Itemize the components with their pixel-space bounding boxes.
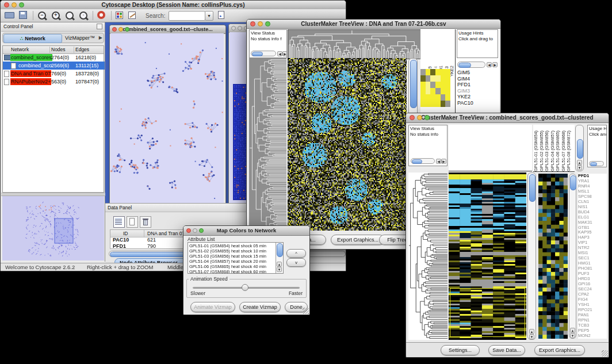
scrollbar-thumb[interactable] (577, 139, 583, 159)
scroll-down-icon[interactable]: ▼ (570, 333, 575, 338)
import-attributes-icon[interactable]: ▸ (218, 11, 224, 19)
export-graphics-button[interactable]: Export Graphics... (534, 345, 585, 355)
tab-network[interactable]: ∴ Network (3, 34, 62, 43)
attribute-item[interactable]: GPL51-02 (GSM855) heat shock 10 min (189, 248, 274, 254)
network-row-selected[interactable]: combined_sco 2569(6) 13112(15) (3, 62, 105, 70)
close-button[interactable] (231, 26, 236, 30)
tab-overflow-icon[interactable]: ▶ (99, 35, 102, 40)
array-label[interactable]: GPL51-06 (GSM865) (555, 131, 561, 171)
main-titlebar[interactable]: Cytoscape Desktop (Session Name: collins… (1, 1, 346, 10)
table-icon[interactable] (113, 216, 125, 228)
array-label[interactable]: GPL51-02 (GSM855) (539, 131, 545, 171)
list-vscrollbar[interactable]: ▲ ▼ (276, 243, 283, 273)
scroll-down-icon[interactable]: ▼ (577, 165, 582, 170)
minimize-button[interactable] (258, 21, 263, 26)
zoom-fit-icon[interactable]: ▫ (79, 11, 89, 21)
col-network[interactable]: Network (11, 46, 29, 53)
array-dendrogram-area[interactable] (449, 125, 532, 171)
gene-label[interactable]: YKE2 (457, 94, 498, 100)
matrix-cell[interactable] (430, 88, 435, 94)
attribute-item[interactable]: GPL51-01 (GSM854) heat shock 05 min (189, 243, 274, 248)
zoom-button[interactable] (199, 228, 204, 233)
matrix-cell[interactable] (435, 88, 441, 94)
zoom-heatmap[interactable] (538, 174, 568, 339)
matrix-cell[interactable] (426, 88, 431, 94)
zoom-vscrollbar[interactable]: ▲ ▼ (569, 174, 576, 339)
array-label[interactable]: GPL51-04 (GSM857) (550, 131, 556, 171)
resize-grip[interactable] (303, 308, 309, 314)
zoom-button[interactable] (265, 21, 270, 26)
trash-icon[interactable] (140, 216, 151, 228)
zoom-button[interactable] (125, 27, 129, 32)
matrix-cell[interactable] (441, 88, 446, 94)
matrix-cell[interactable] (435, 75, 441, 82)
scroll-up-icon[interactable]: ▲ (529, 329, 534, 334)
matrix-cell[interactable] (426, 101, 431, 107)
scroll-left-icon[interactable]: ◀ (487, 62, 492, 67)
id-column-header[interactable]: ID (123, 230, 128, 237)
open-session-icon[interactable] (5, 12, 14, 18)
move-down-button[interactable]: v (286, 258, 306, 267)
labels-vscrollbar[interactable]: ▲ ▼ (575, 125, 584, 171)
matrix-cell[interactable] (441, 69, 446, 75)
close-button[interactable] (410, 115, 415, 120)
dialog-titlebar[interactable]: Map Colors to Network (183, 226, 309, 236)
matrix-cell[interactable] (420, 82, 426, 88)
matrix-cell[interactable] (445, 75, 450, 82)
scrollbar-thumb[interactable] (529, 174, 536, 202)
close-button[interactable] (112, 27, 117, 32)
zoom-selected-icon[interactable] (65, 11, 75, 21)
matrix-cell[interactable] (426, 94, 431, 101)
scroll-down-icon[interactable]: ▼ (529, 334, 534, 339)
attribute-item[interactable]: GPL51-03 (GSM856) heat shock 15 min (189, 254, 274, 259)
array-label[interactable]: GPL51-07 (GSM868) (561, 131, 567, 171)
network-canvas[interactable] (110, 33, 224, 206)
usage-hints-scrollbar[interactable] (589, 161, 604, 166)
array-dendrogram[interactable] (288, 29, 422, 59)
matrix-cell[interactable] (441, 94, 446, 101)
zoom-hscrollbar[interactable] (457, 62, 485, 68)
gene-dendrogram[interactable] (408, 173, 447, 340)
network-view-titlebar[interactable]: combined_scores_good.txt--cluste... (110, 25, 225, 34)
gene-label[interactable]: GIM5 (457, 70, 498, 76)
create-vizmap-button[interactable]: Create Vizmap (239, 302, 281, 312)
matrix-cell[interactable] (420, 69, 426, 75)
scroll-down-icon[interactable]: ▼ (277, 267, 282, 272)
matrix-cell[interactable] (426, 69, 431, 75)
matrix-cell[interactable] (441, 82, 446, 88)
birdseye-view[interactable] (2, 196, 104, 260)
gene-label[interactable]: GIM3 (457, 88, 498, 94)
matrix-cell[interactable] (430, 94, 435, 101)
global-heatmap[interactable] (288, 58, 407, 231)
matrix-cell[interactable] (435, 101, 441, 107)
matrix-cell[interactable] (430, 101, 435, 107)
gene-label[interactable]: GIM4 (457, 76, 498, 82)
matrix-cell[interactable] (430, 82, 435, 88)
scroll-up-icon[interactable]: ▲ (277, 262, 282, 267)
save-data-button[interactable]: Save Data... (488, 345, 525, 355)
gene-dendrogram[interactable] (249, 58, 286, 231)
matrix-cell[interactable] (445, 94, 450, 101)
matrix-cell[interactable] (420, 94, 426, 101)
move-up-button[interactable]: ^ (286, 249, 306, 258)
treeview1-titlebar[interactable]: ClusterMaker TreeView : DNA and Tran 07-… (247, 20, 500, 29)
matrix-cell[interactable] (426, 82, 431, 88)
view-status-scrollbar[interactable] (251, 51, 276, 56)
zoom-in-icon[interactable]: + (51, 11, 61, 21)
col-nodes[interactable]: Nodes (51, 46, 66, 53)
zoom-matrix[interactable] (420, 69, 450, 107)
col-edges[interactable]: Edges (75, 46, 89, 53)
minimize-button[interactable] (238, 26, 242, 30)
attribute-item[interactable]: GPL51-04 (GSM857) heat shock 20 min (189, 259, 274, 264)
save-session-icon[interactable] (19, 11, 27, 19)
animate-vizmap-button[interactable]: Animate Vizmap (190, 302, 235, 312)
zoom-out-icon[interactable]: − (37, 11, 47, 21)
speed-slider-thumb[interactable] (242, 284, 248, 291)
scroll-left-icon[interactable]: ◀ (436, 159, 441, 164)
new-page-icon[interactable] (127, 216, 138, 228)
matrix-cell[interactable] (445, 101, 450, 107)
minimize-button[interactable] (118, 27, 123, 32)
scroll-right-icon[interactable]: ▶ (282, 51, 287, 56)
search-dropdown-icon[interactable]: ▼ (205, 11, 213, 21)
minimize-button[interactable] (193, 228, 197, 233)
